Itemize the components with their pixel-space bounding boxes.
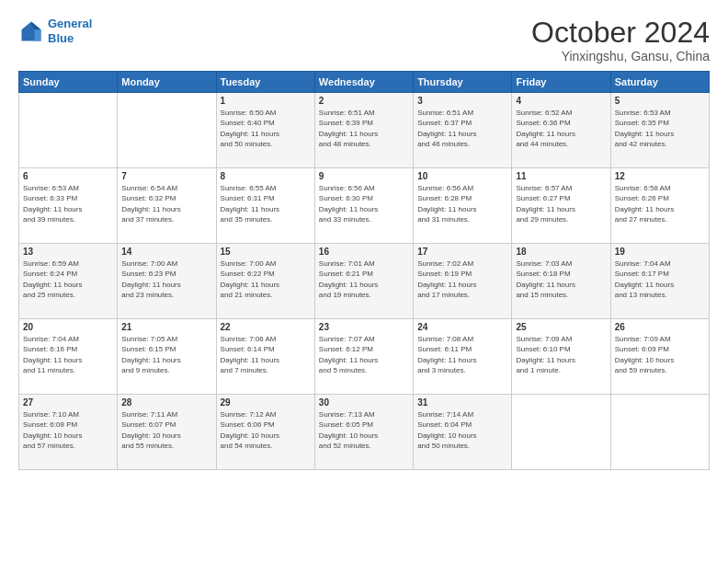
day-number: 11 bbox=[516, 171, 606, 181]
day-number: 6 bbox=[23, 171, 113, 181]
cell-w3-d1: 14Sunrise: 7:00 AMSunset: 6:23 PMDayligh… bbox=[118, 244, 216, 319]
cell-w5-d3: 30Sunrise: 7:13 AMSunset: 6:05 PMDayligh… bbox=[314, 395, 413, 470]
cell-w4-d1: 21Sunrise: 7:05 AMSunset: 6:15 PMDayligh… bbox=[118, 319, 216, 395]
svg-marker-2 bbox=[35, 29, 41, 40]
cell-w5-d2: 29Sunrise: 7:12 AMSunset: 6:06 PMDayligh… bbox=[216, 395, 314, 470]
col-monday: Monday bbox=[118, 72, 216, 93]
cell-w1-d6: 5Sunrise: 6:53 AMSunset: 6:35 PMDaylight… bbox=[610, 93, 709, 168]
cell-info: Sunrise: 6:51 AMSunset: 6:37 PMDaylight:… bbox=[417, 108, 507, 149]
cell-w4-d0: 20Sunrise: 7:04 AMSunset: 6:16 PMDayligh… bbox=[19, 319, 118, 395]
cell-info: Sunrise: 6:54 AMSunset: 6:32 PMDaylight:… bbox=[121, 183, 211, 224]
day-number: 20 bbox=[23, 322, 113, 332]
cell-w4-d2: 22Sunrise: 7:06 AMSunset: 6:14 PMDayligh… bbox=[216, 319, 314, 395]
day-number: 2 bbox=[319, 96, 409, 106]
logo: General Blue bbox=[18, 17, 92, 45]
cell-info: Sunrise: 7:09 AMSunset: 6:10 PMDaylight:… bbox=[516, 334, 606, 375]
header-row: Sunday Monday Tuesday Wednesday Thursday… bbox=[19, 72, 710, 93]
calendar-table: Sunday Monday Tuesday Wednesday Thursday… bbox=[18, 71, 710, 470]
week-row-2: 6Sunrise: 6:53 AMSunset: 6:33 PMDaylight… bbox=[19, 168, 710, 244]
week-row-3: 13Sunrise: 6:59 AMSunset: 6:24 PMDayligh… bbox=[19, 244, 710, 319]
day-number: 24 bbox=[417, 322, 507, 332]
cell-w3-d4: 17Sunrise: 7:02 AMSunset: 6:19 PMDayligh… bbox=[414, 244, 512, 319]
col-saturday: Saturday bbox=[610, 72, 709, 93]
cell-info: Sunrise: 6:50 AMSunset: 6:40 PMDaylight:… bbox=[221, 108, 311, 149]
day-number: 27 bbox=[23, 397, 113, 408]
col-sunday: Sunday bbox=[19, 72, 118, 93]
cell-w1-d2: 1Sunrise: 6:50 AMSunset: 6:40 PMDaylight… bbox=[216, 93, 314, 168]
day-number: 4 bbox=[516, 96, 606, 106]
col-thursday: Thursday bbox=[414, 72, 512, 93]
cell-info: Sunrise: 6:55 AMSunset: 6:31 PMDaylight:… bbox=[221, 183, 311, 224]
month-title: October 2024 bbox=[531, 17, 710, 49]
cell-w3-d0: 13Sunrise: 6:59 AMSunset: 6:24 PMDayligh… bbox=[19, 244, 118, 319]
cell-w3-d5: 18Sunrise: 7:03 AMSunset: 6:18 PMDayligh… bbox=[512, 244, 610, 319]
calendar-page: General Blue October 2024 Yinxingshu, Ga… bbox=[0, 0, 728, 563]
logo-line2: Blue bbox=[48, 31, 74, 45]
day-number: 3 bbox=[417, 96, 507, 106]
cell-w3-d3: 16Sunrise: 7:01 AMSunset: 6:21 PMDayligh… bbox=[314, 244, 413, 319]
cell-info: Sunrise: 7:11 AMSunset: 6:07 PMDaylight:… bbox=[121, 409, 211, 451]
cell-info: Sunrise: 7:08 AMSunset: 6:11 PMDaylight:… bbox=[417, 334, 507, 375]
cell-w2-d6: 12Sunrise: 6:58 AMSunset: 6:26 PMDayligh… bbox=[610, 168, 709, 244]
cell-info: Sunrise: 6:53 AMSunset: 6:33 PMDaylight:… bbox=[23, 183, 113, 224]
cell-w5-d4: 31Sunrise: 7:14 AMSunset: 6:04 PMDayligh… bbox=[414, 395, 512, 470]
col-wednesday: Wednesday bbox=[314, 72, 413, 93]
cell-w5-d0: 27Sunrise: 7:10 AMSunset: 6:08 PMDayligh… bbox=[19, 395, 118, 470]
cell-w1-d4: 3Sunrise: 6:51 AMSunset: 6:37 PMDaylight… bbox=[414, 93, 512, 168]
logo-icon bbox=[18, 18, 44, 44]
day-number: 8 bbox=[221, 171, 311, 181]
day-number: 22 bbox=[221, 322, 311, 332]
cell-info: Sunrise: 6:57 AMSunset: 6:27 PMDaylight:… bbox=[516, 183, 606, 224]
week-row-1: 1Sunrise: 6:50 AMSunset: 6:40 PMDaylight… bbox=[19, 93, 710, 168]
cell-w3-d6: 19Sunrise: 7:04 AMSunset: 6:17 PMDayligh… bbox=[610, 244, 709, 319]
week-row-5: 27Sunrise: 7:10 AMSunset: 6:08 PMDayligh… bbox=[19, 395, 710, 470]
cell-info: Sunrise: 7:00 AMSunset: 6:23 PMDaylight:… bbox=[121, 259, 211, 300]
cell-w5-d5 bbox=[512, 395, 610, 470]
cell-info: Sunrise: 7:12 AMSunset: 6:06 PMDaylight:… bbox=[221, 409, 311, 451]
col-tuesday: Tuesday bbox=[216, 72, 314, 93]
day-number: 25 bbox=[516, 322, 606, 332]
cell-info: Sunrise: 6:51 AMSunset: 6:39 PMDaylight:… bbox=[319, 108, 409, 149]
cell-w5-d6 bbox=[610, 395, 709, 470]
cell-info: Sunrise: 6:52 AMSunset: 6:36 PMDaylight:… bbox=[516, 108, 606, 149]
cell-w2-d3: 9Sunrise: 6:56 AMSunset: 6:30 PMDaylight… bbox=[314, 168, 413, 244]
day-number: 9 bbox=[319, 171, 409, 181]
cell-info: Sunrise: 7:00 AMSunset: 6:22 PMDaylight:… bbox=[221, 259, 311, 300]
cell-info: Sunrise: 6:59 AMSunset: 6:24 PMDaylight:… bbox=[23, 259, 113, 300]
week-row-4: 20Sunrise: 7:04 AMSunset: 6:16 PMDayligh… bbox=[19, 319, 710, 395]
day-number: 14 bbox=[121, 247, 211, 257]
day-number: 13 bbox=[23, 247, 113, 257]
day-number: 12 bbox=[615, 171, 705, 181]
day-number: 28 bbox=[121, 397, 211, 408]
cell-info: Sunrise: 6:56 AMSunset: 6:28 PMDaylight:… bbox=[417, 183, 507, 224]
cell-w1-d3: 2Sunrise: 6:51 AMSunset: 6:39 PMDaylight… bbox=[314, 93, 413, 168]
cell-w2-d5: 11Sunrise: 6:57 AMSunset: 6:27 PMDayligh… bbox=[512, 168, 610, 244]
cell-info: Sunrise: 6:58 AMSunset: 6:26 PMDaylight:… bbox=[615, 183, 705, 224]
cell-w4-d4: 24Sunrise: 7:08 AMSunset: 6:11 PMDayligh… bbox=[414, 319, 512, 395]
day-number: 23 bbox=[319, 322, 409, 332]
cell-w1-d1 bbox=[118, 93, 216, 168]
cell-w1-d5: 4Sunrise: 6:52 AMSunset: 6:36 PMDaylight… bbox=[512, 93, 610, 168]
cell-w5-d1: 28Sunrise: 7:11 AMSunset: 6:07 PMDayligh… bbox=[118, 395, 216, 470]
day-number: 5 bbox=[615, 96, 705, 106]
cell-w4-d5: 25Sunrise: 7:09 AMSunset: 6:10 PMDayligh… bbox=[512, 319, 610, 395]
day-number: 7 bbox=[121, 171, 211, 181]
col-friday: Friday bbox=[512, 72, 610, 93]
cell-w2-d2: 8Sunrise: 6:55 AMSunset: 6:31 PMDaylight… bbox=[216, 168, 314, 244]
cell-info: Sunrise: 7:07 AMSunset: 6:12 PMDaylight:… bbox=[319, 334, 409, 375]
day-number: 15 bbox=[221, 247, 311, 257]
cell-w4-d6: 26Sunrise: 7:09 AMSunset: 6:09 PMDayligh… bbox=[610, 319, 709, 395]
cell-info: Sunrise: 7:05 AMSunset: 6:15 PMDaylight:… bbox=[121, 334, 211, 375]
cell-w4-d3: 23Sunrise: 7:07 AMSunset: 6:12 PMDayligh… bbox=[314, 319, 413, 395]
day-number: 1 bbox=[221, 96, 311, 106]
day-number: 21 bbox=[121, 322, 211, 332]
cell-info: Sunrise: 7:09 AMSunset: 6:09 PMDaylight:… bbox=[615, 334, 705, 375]
day-number: 19 bbox=[615, 247, 705, 257]
cell-info: Sunrise: 7:14 AMSunset: 6:04 PMDaylight:… bbox=[417, 409, 507, 451]
day-number: 17 bbox=[417, 247, 507, 257]
header: General Blue October 2024 Yinxingshu, Ga… bbox=[18, 17, 710, 63]
cell-info: Sunrise: 6:56 AMSunset: 6:30 PMDaylight:… bbox=[319, 183, 409, 224]
day-number: 26 bbox=[615, 322, 705, 332]
cell-info: Sunrise: 7:06 AMSunset: 6:14 PMDaylight:… bbox=[221, 334, 311, 375]
cell-info: Sunrise: 7:04 AMSunset: 6:17 PMDaylight:… bbox=[615, 259, 705, 300]
